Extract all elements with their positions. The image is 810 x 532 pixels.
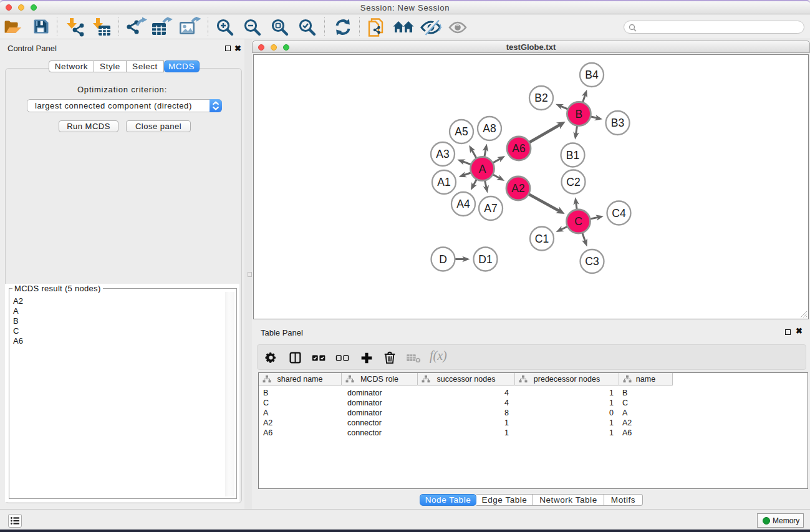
svg-text:A6: A6	[512, 142, 525, 155]
svg-text:A5: A5	[455, 125, 468, 138]
svg-text:C: C	[574, 215, 582, 228]
svg-text:A2: A2	[511, 182, 524, 195]
svg-text:A: A	[479, 163, 486, 175]
svg-text:C1: C1	[535, 233, 549, 245]
svg-text:D: D	[439, 253, 447, 266]
svg-text:A7: A7	[484, 202, 497, 215]
svg-text:A4: A4	[456, 198, 470, 210]
svg-text:C3: C3	[585, 255, 599, 268]
svg-text:B1: B1	[566, 149, 579, 162]
svg-text:A3: A3	[436, 148, 449, 160]
svg-text:A1: A1	[437, 176, 450, 188]
svg-text:B4: B4	[585, 69, 599, 81]
svg-text:B3: B3	[611, 117, 624, 129]
svg-text:B: B	[576, 108, 583, 120]
svg-text:C2: C2	[566, 176, 580, 188]
svg-text:D1: D1	[478, 253, 492, 266]
svg-text:C4: C4	[612, 207, 626, 220]
svg-text:B2: B2	[534, 92, 547, 104]
svg-text:A8: A8	[483, 122, 496, 135]
